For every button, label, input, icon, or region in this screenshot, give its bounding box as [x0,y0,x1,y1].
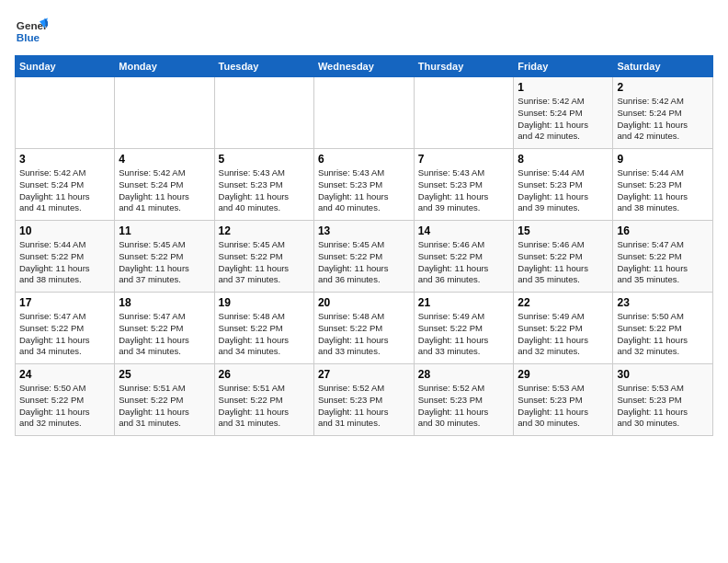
day-cell: 9Sunrise: 5:44 AMSunset: 5:23 PMDaylight… [613,149,713,221]
day-number: 7 [418,153,510,166]
day-info: Sunrise: 5:43 AMSunset: 5:23 PMDaylight:… [219,167,310,214]
day-number: 26 [219,368,310,381]
day-info: Sunrise: 5:52 AMSunset: 5:23 PMDaylight:… [418,383,510,430]
day-header-tuesday: Tuesday [214,56,313,77]
day-info: Sunrise: 5:51 AMSunset: 5:22 PMDaylight:… [119,383,210,430]
day-cell: 1Sunrise: 5:42 AMSunset: 5:24 PMDaylight… [514,77,613,149]
svg-text:Blue: Blue [17,31,40,43]
day-info: Sunrise: 5:42 AMSunset: 5:24 PMDaylight:… [119,167,210,214]
day-cell: 23Sunrise: 5:50 AMSunset: 5:22 PMDayligh… [613,293,713,364]
day-cell: 16Sunrise: 5:47 AMSunset: 5:22 PMDayligh… [613,221,713,293]
day-number: 14 [418,224,510,237]
day-header-sunday: Sunday [16,56,115,77]
day-number: 15 [518,224,609,237]
week-row-4: 17Sunrise: 5:47 AMSunset: 5:22 PMDayligh… [16,293,713,364]
week-row-2: 3Sunrise: 5:42 AMSunset: 5:24 PMDaylight… [16,149,713,221]
day-info: Sunrise: 5:53 AMSunset: 5:23 PMDaylight:… [518,383,609,430]
day-number: 3 [19,153,110,166]
day-cell [313,77,414,149]
day-info: Sunrise: 5:44 AMSunset: 5:23 PMDaylight:… [617,167,709,214]
week-row-1: 1Sunrise: 5:42 AMSunset: 5:24 PMDaylight… [16,77,713,149]
day-info: Sunrise: 5:42 AMSunset: 5:24 PMDaylight:… [617,96,709,143]
day-info: Sunrise: 5:43 AMSunset: 5:23 PMDaylight:… [318,167,410,214]
logo: General Blue [15,15,48,48]
day-info: Sunrise: 5:47 AMSunset: 5:22 PMDaylight:… [119,311,210,358]
logo-icon: General Blue [15,15,48,48]
day-info: Sunrise: 5:45 AMSunset: 5:22 PMDaylight:… [219,239,310,286]
day-header-monday: Monday [115,56,214,77]
day-number: 29 [518,368,609,381]
day-number: 25 [119,368,210,381]
day-cell [16,77,115,149]
day-info: Sunrise: 5:43 AMSunset: 5:23 PMDaylight:… [418,167,510,214]
week-row-3: 10Sunrise: 5:44 AMSunset: 5:22 PMDayligh… [16,221,713,293]
day-number: 6 [318,153,410,166]
day-info: Sunrise: 5:51 AMSunset: 5:22 PMDaylight:… [219,383,310,430]
day-number: 17 [19,296,110,309]
day-info: Sunrise: 5:44 AMSunset: 5:22 PMDaylight:… [19,239,110,286]
day-cell: 21Sunrise: 5:49 AMSunset: 5:22 PMDayligh… [414,293,514,364]
day-cell: 11Sunrise: 5:45 AMSunset: 5:22 PMDayligh… [115,221,214,293]
day-info: Sunrise: 5:47 AMSunset: 5:22 PMDaylight:… [617,239,709,286]
day-number: 16 [617,224,709,237]
day-info: Sunrise: 5:49 AMSunset: 5:22 PMDaylight:… [518,311,609,358]
day-number: 11 [119,224,210,237]
day-cell: 13Sunrise: 5:45 AMSunset: 5:22 PMDayligh… [313,221,414,293]
day-number: 18 [119,296,210,309]
day-cell: 17Sunrise: 5:47 AMSunset: 5:22 PMDayligh… [16,293,115,364]
week-row-5: 24Sunrise: 5:50 AMSunset: 5:22 PMDayligh… [16,364,713,436]
day-info: Sunrise: 5:45 AMSunset: 5:22 PMDaylight:… [318,239,410,286]
day-cell [414,77,514,149]
day-cell: 7Sunrise: 5:43 AMSunset: 5:23 PMDaylight… [414,149,514,221]
day-info: Sunrise: 5:44 AMSunset: 5:23 PMDaylight:… [518,167,609,214]
day-number: 12 [219,224,310,237]
day-cell: 4Sunrise: 5:42 AMSunset: 5:24 PMDaylight… [115,149,214,221]
day-number: 5 [219,153,310,166]
day-number: 19 [219,296,310,309]
day-number: 20 [318,296,410,309]
day-header-saturday: Saturday [613,56,713,77]
day-cell: 12Sunrise: 5:45 AMSunset: 5:22 PMDayligh… [214,221,313,293]
day-info: Sunrise: 5:42 AMSunset: 5:24 PMDaylight:… [518,96,609,143]
day-number: 27 [318,368,410,381]
day-cell: 8Sunrise: 5:44 AMSunset: 5:23 PMDaylight… [514,149,613,221]
day-info: Sunrise: 5:50 AMSunset: 5:22 PMDaylight:… [617,311,709,358]
day-cell: 28Sunrise: 5:52 AMSunset: 5:23 PMDayligh… [414,364,514,436]
day-cell: 19Sunrise: 5:48 AMSunset: 5:22 PMDayligh… [214,293,313,364]
day-info: Sunrise: 5:42 AMSunset: 5:24 PMDaylight:… [19,167,110,214]
day-info: Sunrise: 5:52 AMSunset: 5:23 PMDaylight:… [318,383,410,430]
day-number: 10 [19,224,110,237]
day-cell: 2Sunrise: 5:42 AMSunset: 5:24 PMDaylight… [613,77,713,149]
day-cell: 15Sunrise: 5:46 AMSunset: 5:22 PMDayligh… [514,221,613,293]
day-header-thursday: Thursday [414,56,514,77]
day-cell: 29Sunrise: 5:53 AMSunset: 5:23 PMDayligh… [514,364,613,436]
day-cell: 10Sunrise: 5:44 AMSunset: 5:22 PMDayligh… [16,221,115,293]
day-cell: 18Sunrise: 5:47 AMSunset: 5:22 PMDayligh… [115,293,214,364]
day-number: 21 [418,296,510,309]
day-cell: 22Sunrise: 5:49 AMSunset: 5:22 PMDayligh… [514,293,613,364]
header-row: SundayMondayTuesdayWednesdayThursdayFrid… [16,56,713,77]
day-cell: 30Sunrise: 5:53 AMSunset: 5:23 PMDayligh… [613,364,713,436]
day-number: 24 [19,368,110,381]
day-info: Sunrise: 5:50 AMSunset: 5:22 PMDaylight:… [19,383,110,430]
day-number: 23 [617,296,709,309]
day-cell: 6Sunrise: 5:43 AMSunset: 5:23 PMDaylight… [313,149,414,221]
day-number: 1 [518,81,609,94]
day-info: Sunrise: 5:46 AMSunset: 5:22 PMDaylight:… [418,239,510,286]
day-number: 22 [518,296,609,309]
day-info: Sunrise: 5:48 AMSunset: 5:22 PMDaylight:… [219,311,310,358]
day-info: Sunrise: 5:48 AMSunset: 5:22 PMDaylight:… [318,311,410,358]
day-number: 2 [617,81,709,94]
day-header-friday: Friday [514,56,613,77]
day-cell: 3Sunrise: 5:42 AMSunset: 5:24 PMDaylight… [16,149,115,221]
day-cell: 5Sunrise: 5:43 AMSunset: 5:23 PMDaylight… [214,149,313,221]
day-cell [214,77,313,149]
day-header-wednesday: Wednesday [313,56,414,77]
day-number: 13 [318,224,410,237]
day-cell: 27Sunrise: 5:52 AMSunset: 5:23 PMDayligh… [313,364,414,436]
calendar-table: SundayMondayTuesdayWednesdayThursdayFrid… [15,55,713,436]
day-number: 8 [518,153,609,166]
day-number: 28 [418,368,510,381]
day-info: Sunrise: 5:53 AMSunset: 5:23 PMDaylight:… [617,383,709,430]
day-cell: 24Sunrise: 5:50 AMSunset: 5:22 PMDayligh… [16,364,115,436]
